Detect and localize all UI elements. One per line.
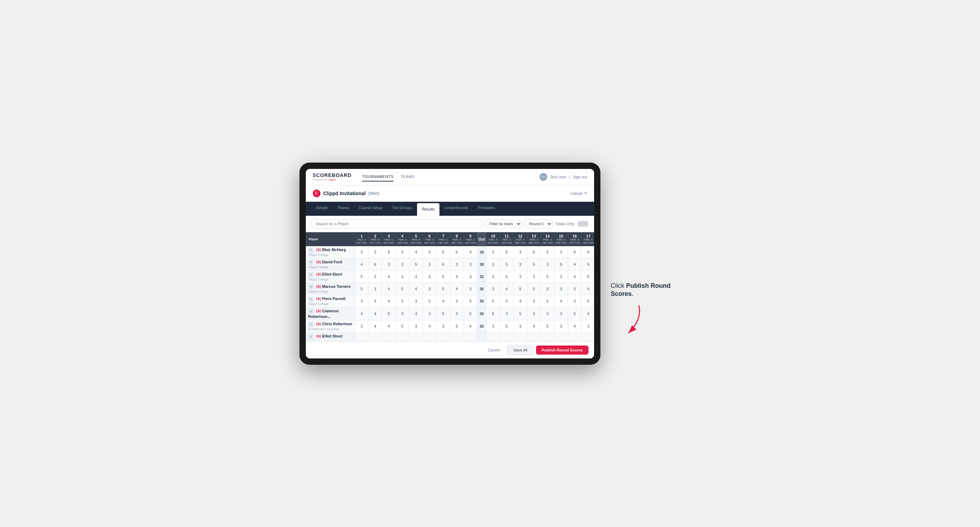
score-hole-10[interactable]: 3 xyxy=(486,270,500,283)
score-hole-5[interactable]: 4 xyxy=(409,246,423,258)
score-hole-16[interactable] xyxy=(568,332,581,341)
score-hole-8[interactable]: 6 xyxy=(450,246,464,258)
score-hole-15[interactable]: 3 xyxy=(554,246,568,258)
score-hole-10[interactable] xyxy=(486,332,500,341)
score-hole-2[interactable]: 3 xyxy=(368,283,382,295)
score-hole-3[interactable]: 3 xyxy=(382,258,396,270)
score-hole-17[interactable]: 4 xyxy=(581,307,594,320)
tab-printables[interactable]: Printables xyxy=(473,202,500,216)
score-hole-6[interactable]: 3 xyxy=(423,246,436,258)
score-hole-16[interactable]: 5 xyxy=(568,246,581,258)
score-hole-7[interactable] xyxy=(436,332,450,341)
sign-out-link[interactable]: Sign out xyxy=(573,175,587,179)
score-hole-10[interactable]: 6 xyxy=(486,307,500,320)
score-hole-5[interactable] xyxy=(409,332,423,341)
score-hole-12[interactable]: 3 xyxy=(514,246,527,258)
tab-course-setup[interactable]: Course Setup xyxy=(354,202,387,216)
score-hole-11[interactable]: 5 xyxy=(500,258,514,270)
search-input[interactable] xyxy=(312,219,482,229)
score-hole-9[interactable]: 3 xyxy=(464,283,477,295)
score-hole-1[interactable]: 4 xyxy=(355,307,368,320)
score-hole-5[interactable]: 4 xyxy=(409,270,423,283)
score-hole-7[interactable]: 3 xyxy=(436,320,450,332)
score-hole-16[interactable]: 4 xyxy=(568,258,581,270)
score-hole-14[interactable]: 5 xyxy=(541,246,554,258)
score-hole-3[interactable]: 4 xyxy=(382,320,396,332)
score-hole-11[interactable]: 5 xyxy=(500,246,514,258)
score-hole-9[interactable]: 4 xyxy=(464,320,477,332)
score-hole-16[interactable]: 4 xyxy=(568,320,581,332)
tab-tee-groups[interactable]: Tee Groups xyxy=(387,202,417,216)
score-hole-13[interactable]: 3 xyxy=(527,295,541,307)
score-hole-5[interactable]: 3 xyxy=(409,320,423,332)
score-hole-17[interactable]: 4 xyxy=(581,283,594,295)
score-hole-5[interactable]: 5 xyxy=(409,258,423,270)
score-hole-17[interactable]: 3 xyxy=(581,320,594,332)
score-hole-4[interactable] xyxy=(396,332,409,341)
tab-leaderboards[interactable]: Leaderboards xyxy=(439,202,473,216)
score-hole-9[interactable]: 3 xyxy=(464,246,477,258)
score-hole-14[interactable]: 3 xyxy=(541,283,554,295)
tab-teams[interactable]: Teams xyxy=(333,202,354,216)
score-hole-6[interactable] xyxy=(423,332,436,341)
score-hole-1[interactable]: 5 xyxy=(355,270,368,283)
save-all-button[interactable]: Save All xyxy=(508,345,533,355)
tab-results[interactable]: Results xyxy=(417,203,440,216)
score-hole-3[interactable]: 5 xyxy=(382,307,396,320)
score-hole-16[interactable]: 5 xyxy=(568,283,581,295)
score-hole-8[interactable]: 5 xyxy=(450,320,464,332)
score-hole-12[interactable] xyxy=(514,332,527,341)
score-hole-1[interactable] xyxy=(355,332,368,341)
score-hole-8[interactable]: 3 xyxy=(450,295,464,307)
score-hole-14[interactable]: 3 xyxy=(541,307,554,320)
score-hole-11[interactable]: 3 xyxy=(500,307,514,320)
score-hole-6[interactable]: 4 xyxy=(423,320,436,332)
filter-by-team-select[interactable]: Filter by team xyxy=(485,219,522,229)
score-hole-12[interactable]: 3 xyxy=(514,320,527,332)
score-hole-10[interactable]: 3 xyxy=(486,246,500,258)
score-hole-9[interactable]: 5 xyxy=(464,295,477,307)
score-hole-2[interactable]: 4 xyxy=(368,307,382,320)
score-hole-7[interactable]: 6 xyxy=(436,258,450,270)
cancel-button[interactable]: Cancel xyxy=(483,346,504,355)
score-hole-1[interactable]: 3 xyxy=(355,320,368,332)
score-hole-6[interactable]: 3 xyxy=(423,307,436,320)
round-select[interactable]: Round 3 xyxy=(525,219,552,229)
score-hole-16[interactable]: 5 xyxy=(568,307,581,320)
score-hole-17[interactable]: 6 xyxy=(581,270,594,283)
score-hole-8[interactable]: 4 xyxy=(450,283,464,295)
score-hole-1[interactable]: 3 xyxy=(355,246,368,258)
score-hole-4[interactable]: 5 xyxy=(396,246,409,258)
score-hole-8[interactable]: 3 xyxy=(450,307,464,320)
score-hole-10[interactable]: 5 xyxy=(486,295,500,307)
score-hole-8[interactable]: 3 xyxy=(450,258,464,270)
score-hole-1[interactable]: 3 xyxy=(355,295,368,307)
score-hole-11[interactable] xyxy=(500,332,514,341)
score-hole-15[interactable]: 3 xyxy=(554,320,568,332)
score-hole-3[interactable] xyxy=(382,332,396,341)
score-hole-3[interactable]: 5 xyxy=(382,246,396,258)
score-hole-13[interactable]: 3 xyxy=(527,270,541,283)
score-hole-1[interactable]: 4 xyxy=(355,258,368,270)
score-hole-14[interactable]: 5 xyxy=(541,270,554,283)
score-hole-17[interactable]: 9 xyxy=(581,258,594,270)
score-hole-9[interactable] xyxy=(464,332,477,341)
score-hole-11[interactable]: 4 xyxy=(500,283,514,295)
score-hole-12[interactable]: 4 xyxy=(514,295,527,307)
score-hole-3[interactable]: 4 xyxy=(382,295,396,307)
score-hole-4[interactable]: 3 xyxy=(396,307,409,320)
score-hole-3[interactable]: 4 xyxy=(382,270,396,283)
score-hole-2[interactable]: 3 xyxy=(368,295,382,307)
cancel-header-button[interactable]: Cancel ✕ xyxy=(570,191,587,195)
score-hole-4[interactable]: 5 xyxy=(396,295,409,307)
score-hole-17[interactable]: 9 xyxy=(581,246,594,258)
nav-teams[interactable]: TEAMS xyxy=(401,172,415,181)
score-hole-17[interactable] xyxy=(581,332,594,341)
score-hole-2[interactable]: 3 xyxy=(368,246,382,258)
score-hole-2[interactable]: 3 xyxy=(368,270,382,283)
publish-round-scores-button[interactable]: Publish Round Scores xyxy=(536,346,588,355)
score-hole-7[interactable]: 5 xyxy=(436,283,450,295)
score-hole-7[interactable]: 5 xyxy=(436,270,450,283)
score-hole-7[interactable]: 5 xyxy=(436,246,450,258)
tab-details[interactable]: Details xyxy=(312,202,333,216)
